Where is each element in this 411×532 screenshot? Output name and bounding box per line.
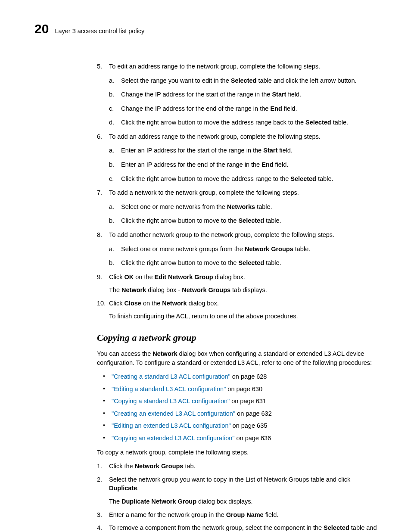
bold-text: Selected [238,217,264,224]
text: on page 628 [230,373,267,380]
text: Enter an IP address for the end of the r… [121,161,262,168]
list-item: a.Enter an IP address for the start of t… [109,146,381,155]
text: tab displays. [230,286,267,293]
item-letter: a. [109,245,114,254]
bold-text: End [262,161,273,168]
item-letter: b. [109,90,114,99]
item-number: 10. [97,299,106,308]
text: table. [293,246,311,252]
text: table. [316,175,333,182]
bold-text: Network [121,286,146,293]
list-item: a.Select one or more networks from the N… [109,202,381,212]
item-number: 9. [97,273,102,282]
text: table and click the left arrow button. [256,77,356,84]
list-item: 2.Select the network group you want to c… [97,475,381,506]
text: The [109,286,121,293]
item-text: Click OK on the Edit Network Group dialo… [109,274,245,280]
text: Change the IP address for the end of the… [121,105,270,112]
item-text: Select one or more networks from the Net… [121,203,272,210]
page: 20 Layer 3 access control list policy 5.… [0,0,411,532]
text: The [109,498,121,505]
list-item: b.Change the IP address for the start of… [109,90,381,99]
text: on the [141,300,162,307]
item-letter: d. [109,118,114,127]
list-item: "Editing an extended L3 ACL configuratio… [97,421,381,430]
item-number: 8. [97,230,102,240]
item-text: Select the range you want to edit in the… [121,77,357,84]
chapter-number: 20 [34,22,49,36]
text: Select the range you want to edit in the [121,77,231,84]
follow-text: The Duplicate Network Group dialog box d… [109,497,381,506]
bold-text: Close [124,300,141,307]
text: on page 636 [234,435,271,442]
item-letter: b. [109,160,114,169]
item-text: To add a network to the network group, c… [109,189,299,196]
follow-text: The Network dialog box - Network Groups … [109,286,381,295]
text: table. [331,119,349,126]
item-text: To edit an address range to the network … [109,63,320,70]
cross-reference-link[interactable]: "Copying a standard L3 ACL configuration… [112,398,230,404]
bold-text: Selected [231,77,257,84]
list-item: 5.To edit an address range to the networ… [97,62,381,127]
numbered-list: 5.To edit an address range to the networ… [97,62,381,321]
item-number: 4. [97,523,102,532]
text: table. [264,217,281,224]
item-letter: c. [109,104,114,113]
text: dialog box. [213,274,245,280]
list-item: "Editing a standard L3 ACL configuration… [97,385,381,394]
item-text: Enter a name for the network group in th… [109,511,278,518]
text: on page 631 [230,398,266,404]
text: field. [282,105,297,112]
cross-reference-link[interactable]: "Editing a standard L3 ACL configuration… [112,386,226,392]
section-heading: Copying a network group [97,332,381,343]
cross-reference-link[interactable]: "Creating a standard L3 ACL configuratio… [112,373,230,380]
cross-reference-link[interactable]: "Editing an extended L3 ACL configuratio… [112,422,231,429]
item-letter: b. [109,258,114,268]
text: Click the [109,463,135,470]
list-item: 9.Click OK on the Edit Network Group dia… [97,273,381,295]
item-text: To remove a component from the network g… [109,524,377,532]
bullet-list: "Creating a standard L3 ACL configuratio… [97,372,381,442]
text: table. [264,259,281,266]
sub-list: a.Select one or more networks from the N… [109,202,381,225]
cross-reference-link[interactable]: "Copying an extended L3 ACL configuratio… [112,435,234,442]
text: Select one or more networks from the [121,203,227,210]
text: on page 630 [226,386,262,392]
list-item: c.Click the right arrow button to move t… [109,174,381,184]
content: 5.To edit an address range to the networ… [97,62,381,532]
bold-text: End [270,105,282,112]
bold-text: Network Groups [135,463,184,470]
item-letter: a. [109,76,114,85]
page-title: Layer 3 access control list policy [55,28,144,34]
list-item: d.Click the right arrow button to move t… [109,118,381,127]
sub-list: a.Enter an IP address for the start of t… [109,146,381,183]
list-item: "Copying a standard L3 ACL configuration… [97,397,381,406]
bold-text: Duplicate Network Group [121,498,196,505]
cross-reference-link[interactable]: "Creating an extended L3 ACL configurati… [112,410,235,417]
sub-list: a.Select the range you want to edit in t… [109,76,381,127]
list-item: a.Select one or more network groups from… [109,245,381,254]
text: Select the network group you want to cop… [109,476,350,483]
item-text: Click Close on the Network dialog box. [109,300,219,307]
text: tab. [183,463,195,470]
item-number: 3. [97,510,102,520]
text: . [137,485,139,492]
bold-text: Selected [238,259,264,266]
item-number: 6. [97,132,102,141]
text: Enter an IP address for the start of the… [121,147,263,154]
item-text: Click the right arrow button to move the… [121,119,348,126]
text: Change the IP address for the start of t… [121,91,272,98]
bold-text: Group Name [226,511,264,518]
item-number: 2. [97,475,102,484]
text: table. [255,203,272,210]
item-letter: a. [109,146,114,155]
text: on page 632 [235,410,272,417]
bold-text: Networks [227,203,255,210]
text: Enter a name for the network group in th… [109,511,226,518]
bold-text: Network [153,350,177,357]
item-text: Click the right arrow button to move to … [121,259,281,266]
sub-list: a.Select one or more network groups from… [109,245,381,268]
text: Click [109,300,124,307]
item-text: Select one or more network groups from t… [121,246,310,252]
list-item: b.Click the right arrow button to move t… [109,258,381,268]
